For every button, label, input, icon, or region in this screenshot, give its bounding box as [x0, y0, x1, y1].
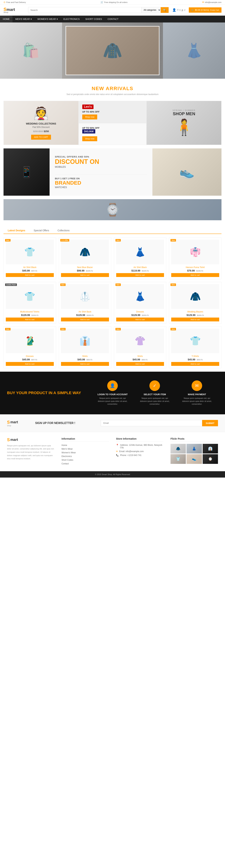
flickr-item[interactable]: 👔 — [203, 444, 218, 454]
store-info: 📍 Address: 1234b Avenue, 980 Block, Newy… — [116, 444, 164, 457]
add-to-cart-button[interactable]: Add to cart — [61, 317, 109, 321]
product-name[interactable]: Air Shirt Black — [116, 266, 164, 269]
newsletter-submit-button[interactable]: SUBMIT — [202, 420, 218, 426]
step-select-icon: ✓ — [149, 380, 160, 391]
footer-link-shortcodes[interactable]: Short Codes — [61, 459, 73, 461]
levis-shop-now[interactable]: Shop now — [82, 115, 97, 119]
wedding-add-to-cart[interactable]: ADD TO CART — [31, 135, 51, 140]
step-login-icon: 👤 — [107, 380, 118, 391]
add-to-cart-button[interactable]: Add to cart — [6, 362, 54, 366]
tab-latest-designs[interactable]: Latest Designs — [3, 227, 30, 234]
tab-special-offers[interactable]: Special Offers — [30, 227, 53, 234]
product-name[interactable]: Dresses — [116, 311, 164, 313]
footer-link-contact[interactable]: Contact — [61, 462, 69, 465]
hero-banner: 🛍️ 🧥 👗 — [0, 23, 225, 79]
flickr-item[interactable]: 👗 — [187, 444, 202, 454]
logo[interactable]: Smart Shop — [3, 7, 25, 13]
add-to-cart-button[interactable]: Add to cart — [171, 317, 219, 321]
tab-collections[interactable]: Collections — [53, 227, 74, 234]
store-email: ✉ Email: info@example.com — [116, 450, 164, 453]
step-login: 👤 LOGIN TO YOUR ACCOUNT Neque porro quis… — [97, 380, 128, 406]
footer-logo: Smart Shop — [7, 420, 28, 427]
add-to-cart-button[interactable]: Add to cart — [6, 273, 54, 277]
nav-womens-wear[interactable]: WOMEN'S WEAR ▾ — [35, 16, 61, 23]
new-arrivals-title: NEW ARRIVALS — [3, 86, 222, 91]
rss-icon[interactable]: r — [185, 9, 186, 11]
add-to-cart-button[interactable]: Add to cart — [6, 317, 54, 321]
add-to-cart-button[interactable]: Add to cart — [116, 362, 164, 366]
nav-home[interactable]: HOME — [0, 16, 12, 23]
product-name[interactable]: Dresses — [6, 355, 54, 358]
add-to-cart-button[interactable]: Add to cart — [61, 362, 109, 366]
product-pricing: $45.99 $97.71 — [6, 269, 54, 272]
add-to-cart-button[interactable]: Add to cart — [171, 273, 219, 277]
nav-mens-wear[interactable]: MEN'S WEAR ▾ — [12, 16, 35, 23]
add-to-cart-button[interactable]: Add to cart — [171, 362, 219, 366]
top-bar: ⊙ Free and Fast Delivery 🛒 Free shipping… — [0, 0, 225, 5]
newsletter-title: SIGN UP FOR NEWSLETTER ! — [35, 422, 94, 425]
facebook-icon[interactable]: f — [177, 9, 178, 11]
flickr-item[interactable]: 👟 — [187, 454, 202, 464]
newsletter-email-input[interactable] — [101, 420, 202, 426]
footer-link-womens[interactable]: Women's Wear — [61, 452, 76, 454]
discount-sub: MOBILES — [55, 165, 147, 168]
men-figure: 🧍 — [174, 118, 194, 136]
search-input[interactable] — [28, 7, 141, 13]
footer-link-home[interactable]: Home — [61, 444, 67, 446]
user-icon[interactable]: 👤 — [172, 8, 176, 12]
men-section: SPRING / SUMMER SHOP MEN — [173, 109, 195, 116]
footer-newsletter: Smart Shop SIGN UP FOR NEWSLETTER ! SUBM… — [0, 414, 225, 432]
discount-big: DISCOUNT ON — [55, 158, 147, 165]
pinterest-icon[interactable]: p — [182, 9, 183, 11]
product-name[interactable]: Shirts — [61, 355, 109, 358]
wedding-title: WEDDING COLLECTIONS — [26, 122, 56, 125]
step-payment-title: MAKE PAYMENT — [181, 393, 213, 396]
watch-banner: ⌚ — [3, 199, 222, 220]
search-button[interactable]: 🔍 — [161, 7, 169, 13]
discount-banner: 📱 SPECIAL OFFERS AND 50% DISCOUNT ON MOB… — [3, 148, 222, 196]
nav-contact[interactable]: CONTACT — [105, 16, 121, 23]
product-name[interactable]: Wedding Blazers — [171, 311, 219, 313]
flickr-item[interactable]: ⌚ — [203, 454, 218, 464]
add-to-cart-button[interactable]: Add to cart — [116, 273, 164, 277]
footer-logo-sub: Shop — [7, 425, 28, 427]
digjam-logo: DIGJAM — [82, 129, 95, 133]
category-select[interactable]: All categories — [141, 7, 161, 13]
product-name[interactable]: Multicoloured Tshirts — [6, 311, 54, 313]
product-name[interactable]: Air Shirt Black — [6, 266, 54, 269]
product-name[interactable]: Next Blue Blazer — [61, 266, 109, 269]
flickr-item[interactable]: 👕 — [170, 454, 186, 464]
add-to-cart-button[interactable]: Add to cart — [61, 273, 109, 277]
product-card: New 🥼 Air Shirt Back $129.99 $150.71 Add… — [59, 282, 111, 324]
step-payment: ✉ MAKE PAYMENT Neque porro quisquam est,… — [181, 380, 213, 406]
buy-label: BUY 1 GET 1 FREE ON — [55, 177, 147, 180]
product-name[interactable]: Hanson Puma Tshirt — [171, 266, 219, 269]
product-name[interactable]: Shirts — [116, 355, 164, 358]
product-image: 🧥 — [61, 240, 109, 264]
product-badge: New — [5, 328, 10, 330]
levis-offer: Levi's UP TO 40% OFF Shop now — [79, 101, 146, 123]
cart-button[interactable]: 🛒 $0.00 (0 Items) Empty Cart — [189, 7, 222, 13]
footer-store-title: Store Information — [116, 437, 164, 442]
product-badge: Combo Pack — [5, 283, 17, 286]
product-card: New 🥻 Dresses $45.99 $97.71 Add to cart — [3, 326, 56, 368]
digjam-shop-now[interactable]: Shop now — [82, 136, 97, 141]
nav-electronics[interactable]: ELECTRONICS — [61, 16, 82, 23]
product-name[interactable]: Air Shirt Back — [61, 311, 109, 313]
wedding-prices: $250 $500 $250 — [33, 130, 49, 133]
flickr-item[interactable]: 🧥 — [170, 444, 186, 454]
footer-link-electronics[interactable]: Electronics — [61, 455, 72, 458]
product-name[interactable]: T-Shirts — [171, 355, 219, 358]
nav-short-codes[interactable]: SHORT CODES — [82, 16, 105, 23]
add-to-cart-button[interactable]: Add to cart — [116, 317, 164, 321]
footer-link-mens[interactable]: Men's Wear — [61, 448, 73, 450]
twitter-icon[interactable]: t — [180, 9, 180, 11]
product-pricing: $45.99 $60.71 — [171, 358, 219, 361]
product-image: 👕 — [171, 329, 219, 353]
header-icons: 👤 f t p r — [172, 8, 185, 12]
footer-flickr-col: Flickr Posts 🧥 👗 👔 👕 👟 ⌚ — [170, 437, 218, 466]
product-badge: New — [60, 283, 66, 286]
search-bar: All categories 🔍 — [28, 7, 169, 13]
footer-info-links: Home Men's Wear Women's Wear Electronics… — [61, 444, 109, 465]
branded-big: BRANDED — [55, 180, 147, 186]
